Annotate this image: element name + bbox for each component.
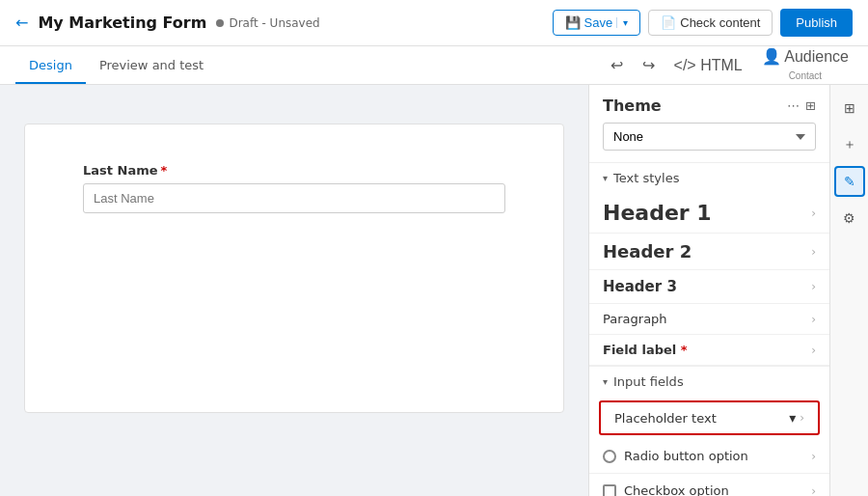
audience-label: Audience <box>784 48 849 65</box>
field-label-last-name: Last Name * <box>83 163 505 178</box>
checkbox-chevron-icon: › <box>811 484 816 497</box>
canvas-area: Last Name * <box>0 85 588 496</box>
paragraph-label: Paragraph <box>603 312 667 326</box>
header3-chevron-icon: › <box>811 280 816 293</box>
form-canvas: Last Name * <box>24 124 564 413</box>
placeholder-controls: ▾ › <box>789 410 804 426</box>
right-panel: Theme ⋯ ⊞ None Default Custom ▾ Text sty… <box>588 85 868 496</box>
save-dropdown-icon[interactable]: ▾ <box>616 17 628 28</box>
placeholder-text-label: Placeholder text <box>614 411 717 426</box>
save-icon: 💾 <box>565 15 581 30</box>
theme-select[interactable]: None Default Custom <box>603 123 816 151</box>
required-star: * <box>161 163 168 178</box>
placeholder-text-item[interactable]: Placeholder text ▾ › <box>599 400 820 435</box>
theme-title: Theme <box>603 96 662 115</box>
header2-chevron-icon: › <box>811 245 816 259</box>
topbar-left: ← My Marketing Form Draft - Unsaved <box>15 14 320 32</box>
draft-label: Draft - Unsaved <box>229 16 319 30</box>
subnav: Design Preview and test ↩ ↪ </> HTML 👤 A… <box>0 46 868 85</box>
style-item-paragraph[interactable]: Paragraph › <box>589 304 829 335</box>
publish-button[interactable]: Publish <box>780 9 853 37</box>
sidebar-grid-icon-btn[interactable]: ⊞ <box>834 93 865 124</box>
radio-label: Radio button option <box>624 449 748 463</box>
paragraph-chevron-icon: › <box>811 313 816 326</box>
subnav-tabs: Design Preview and test <box>15 47 217 83</box>
draft-badge: Draft - Unsaved <box>216 16 319 30</box>
sidebar-settings-icon-btn[interactable]: ⚙ <box>834 203 865 234</box>
last-name-input[interactable] <box>83 183 505 213</box>
audience-button[interactable]: 👤 Audience Contact <box>758 43 853 87</box>
main-content: Last Name * Theme ⋯ ⊞ None Default <box>0 85 868 496</box>
checkbox-label: Checkbox option <box>624 483 729 496</box>
form-field-last-name: Last Name * <box>83 163 505 213</box>
checkbox-item[interactable]: Checkbox option › <box>589 474 829 496</box>
back-icon[interactable]: ← <box>15 14 28 32</box>
topbar-right: 💾 Save ▾ 📄 Check content Publish <box>553 9 853 37</box>
style-item-header1[interactable]: Header 1 › <box>589 193 829 234</box>
input-fields-section-header[interactable]: ▾ Input fields <box>589 366 829 397</box>
style-item-header2[interactable]: Header 2 › <box>589 234 829 270</box>
style-item-field-label[interactable]: Field label * › <box>589 335 829 366</box>
check-content-icon: 📄 <box>661 15 676 30</box>
html-label: HTML <box>700 57 743 73</box>
tab-preview[interactable]: Preview and test <box>86 48 217 84</box>
radio-chevron-icon: › <box>811 450 816 463</box>
save-button[interactable]: 💾 Save ▾ <box>553 10 641 36</box>
text-styles-chevron-icon: ▾ <box>603 173 608 183</box>
html-code-icon: </> <box>674 57 696 73</box>
html-button[interactable]: </> HTML <box>670 53 746 78</box>
header2-label: Header 2 <box>603 241 692 262</box>
theme-more-icon[interactable]: ⋯ <box>787 98 800 113</box>
header1-label: Header 1 <box>603 201 712 225</box>
input-fields-label: Input fields <box>613 374 684 389</box>
radio-label-group: Radio button option <box>603 449 748 463</box>
field-label-text: Last Name <box>83 163 158 178</box>
text-styles-label: Text styles <box>613 171 679 185</box>
panel-main: Theme ⋯ ⊞ None Default Custom ▾ Text sty… <box>588 85 829 496</box>
save-label: Save <box>584 15 613 30</box>
sidebar-brush-icon-btn[interactable]: ✎ <box>834 166 865 197</box>
radio-button-item[interactable]: Radio button option › <box>589 439 829 474</box>
redo-button[interactable]: ↪ <box>638 52 659 78</box>
topbar: ← My Marketing Form Draft - Unsaved 💾 Sa… <box>0 0 868 46</box>
panel-sidebar: ⊞ ＋ ✎ ⚙ <box>829 85 868 496</box>
style-item-header3[interactable]: Header 3 › <box>589 270 829 304</box>
placeholder-dropdown-icon[interactable]: ▾ <box>789 410 796 426</box>
field-label-style-label: Field label * <box>603 343 688 357</box>
check-content-label: Check content <box>680 15 760 30</box>
checkbox-icon <box>603 484 616 497</box>
undo-button[interactable]: ↩ <box>607 52 627 78</box>
header3-label: Header 3 <box>603 278 677 295</box>
draft-dot-icon <box>216 19 224 27</box>
app-title: My Marketing Form <box>38 14 206 32</box>
header1-chevron-icon: › <box>811 207 816 220</box>
check-content-button[interactable]: 📄 Check content <box>648 10 773 36</box>
theme-actions: ⋯ ⊞ <box>787 98 816 113</box>
field-label-chevron-icon: › <box>811 344 816 357</box>
audience-icon: 👤 <box>762 48 781 65</box>
placeholder-chevron-icon: › <box>800 411 804 425</box>
tab-design[interactable]: Design <box>15 48 86 84</box>
checkbox-label-group: Checkbox option <box>603 483 729 496</box>
theme-select-wrapper: None Default Custom <box>589 123 829 162</box>
theme-header: Theme ⋯ ⊞ <box>589 85 829 123</box>
placeholder-text-label-group: Placeholder text <box>614 411 717 426</box>
theme-layout-icon[interactable]: ⊞ <box>805 98 816 113</box>
input-fields-chevron-icon: ▾ <box>603 376 608 387</box>
subnav-actions: ↩ ↪ </> HTML 👤 Audience Contact <box>607 43 853 87</box>
sidebar-add-icon-btn[interactable]: ＋ <box>834 129 865 160</box>
contact-sublabel: Contact <box>789 70 822 81</box>
text-styles-section-header[interactable]: ▾ Text styles <box>589 162 829 193</box>
field-label-required-star: * <box>681 343 688 357</box>
radio-circle-icon <box>603 450 616 463</box>
